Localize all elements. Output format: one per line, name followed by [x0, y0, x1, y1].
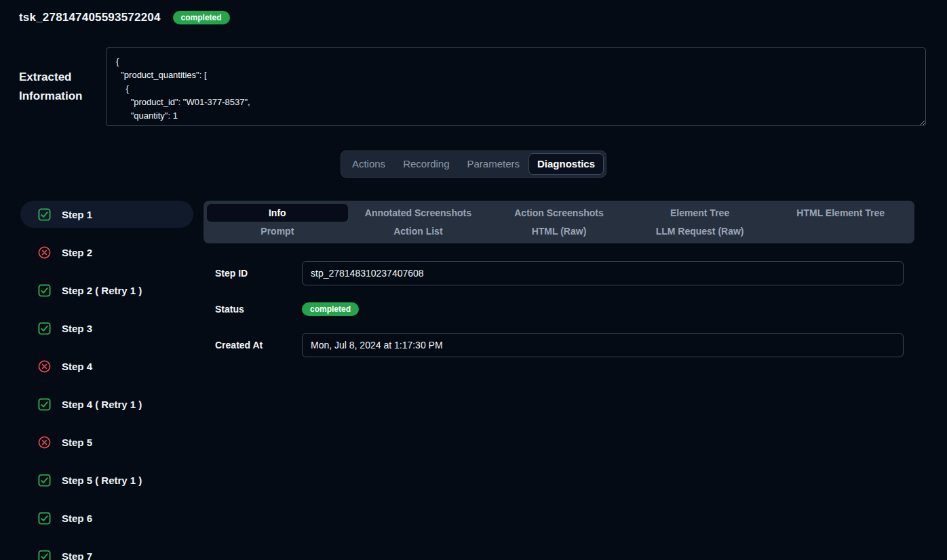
step-label: Step 2 — [62, 247, 92, 258]
step-error-icon — [38, 246, 51, 259]
step-label: Step 6 — [62, 513, 92, 524]
step-list-item[interactable]: Step 5 — [20, 428, 193, 456]
extracted-label-line1: Extracted — [19, 68, 106, 87]
step-label: Step 4 ( Retry 1 ) — [62, 399, 142, 410]
task-status-badge: completed — [173, 11, 230, 24]
extracted-information-label: Extracted Information — [19, 68, 106, 106]
step-list-item[interactable]: Step 7 — [20, 542, 193, 560]
step-label: Step 3 — [62, 323, 92, 334]
step-label: Step 4 — [62, 361, 92, 372]
step-success-check-icon — [38, 208, 51, 221]
created-at-label: Created At — [215, 340, 302, 351]
subtab-element-tree[interactable]: Element Tree — [630, 204, 771, 222]
step-label: Step 7 — [62, 551, 92, 560]
diagnostics-panel: Info Annotated Screenshots Action Screen… — [204, 201, 914, 560]
page-header: tsk_278147405593572204 completed — [0, 0, 947, 26]
content-area: Step 1 Step 2 Step 2 ( Retry 1 ) Step 3 … — [0, 201, 947, 560]
tab-actions[interactable]: Actions — [343, 153, 394, 175]
step-success-check-icon — [38, 474, 51, 487]
subtab-info[interactable]: Info — [207, 204, 348, 222]
step-label: Step 5 — [62, 437, 92, 448]
step-list-item[interactable]: Step 2 — [20, 239, 193, 266]
extracted-label-line2: Information — [19, 87, 106, 106]
status-row: Status completed — [204, 297, 914, 321]
step-success-check-icon — [38, 322, 51, 335]
step-success-check-icon — [38, 284, 51, 297]
extracted-information-textarea[interactable]: { "product_quantities": [ { "product_id"… — [106, 47, 926, 126]
step-info-fields: Step ID Status completed Created At — [204, 261, 914, 357]
subtab-annotated-screenshots[interactable]: Annotated Screenshots — [348, 204, 489, 222]
extracted-information-section: Extracted Information { "product_quantit… — [0, 47, 947, 126]
step-list-item[interactable]: Step 3 — [20, 315, 193, 342]
tab-recording[interactable]: Recording — [394, 153, 458, 175]
task-id-title: tsk_278147405593572204 — [19, 11, 161, 24]
step-error-icon — [38, 360, 51, 373]
step-label: Step 2 ( Retry 1 ) — [62, 285, 142, 296]
step-list-item[interactable]: Step 2 ( Retry 1 ) — [20, 277, 193, 304]
created-at-input[interactable] — [302, 333, 904, 357]
tab-parameters[interactable]: Parameters — [459, 153, 529, 175]
steps-sidebar: Step 1 Step 2 Step 2 ( Retry 1 ) Step 3 … — [20, 201, 193, 560]
subtab-html-raw[interactable]: HTML (Raw) — [488, 222, 630, 240]
tab-diagnostics[interactable]: Diagnostics — [528, 153, 604, 175]
step-label: Step 5 ( Retry 1 ) — [62, 475, 142, 486]
step-success-check-icon — [38, 398, 51, 411]
step-error-icon — [38, 436, 51, 449]
step-list-item[interactable]: Step 4 ( Retry 1 ) — [20, 391, 193, 418]
status-label: Status — [215, 304, 302, 315]
step-status-badge: completed — [302, 302, 359, 316]
diagnostics-subtab-bar: Info Annotated Screenshots Action Screen… — [204, 201, 914, 243]
step-success-check-icon — [38, 512, 51, 525]
step-id-label: Step ID — [215, 268, 302, 279]
step-list-item[interactable]: Step 6 — [20, 504, 193, 532]
step-id-row: Step ID — [204, 261, 914, 285]
step-list-item[interactable]: Step 5 ( Retry 1 ) — [20, 466, 193, 494]
main-tab-bar: Actions Recording Parameters Diagnostics — [341, 151, 606, 178]
subtab-action-screenshots[interactable]: Action Screenshots — [488, 204, 630, 222]
subtab-action-list[interactable]: Action List — [348, 222, 489, 240]
step-success-check-icon — [38, 550, 51, 560]
step-list-item[interactable]: Step 1 — [20, 201, 193, 228]
step-id-input[interactable] — [302, 261, 904, 285]
subtab-empty-cell — [770, 222, 911, 240]
created-at-row: Created At — [204, 333, 914, 357]
subtab-html-element-tree[interactable]: HTML Element Tree — [770, 204, 911, 222]
subtab-llm-request-raw[interactable]: LLM Request (Raw) — [630, 222, 771, 240]
subtab-prompt[interactable]: Prompt — [207, 222, 348, 240]
step-list-item[interactable]: Step 4 — [20, 353, 193, 380]
step-label: Step 1 — [62, 209, 92, 220]
